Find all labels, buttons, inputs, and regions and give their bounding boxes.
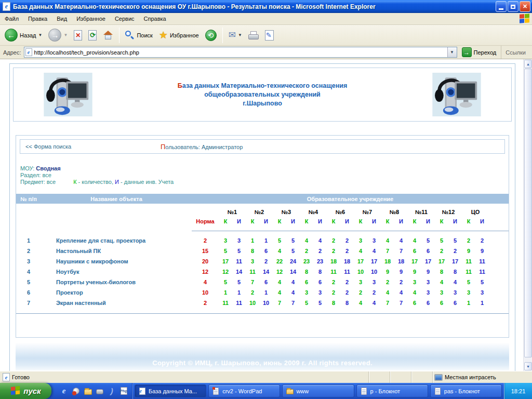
menu-item[interactable]: Вид [52, 13, 72, 24]
i-value: 1 [259, 289, 273, 296]
home-icon [103, 31, 113, 40]
address-input[interactable]: e http://localhost/tech_provision/search… [24, 47, 457, 58]
k-column-header: К [219, 218, 232, 224]
status-zone-text: Местная интрасеть [445, 374, 496, 380]
edit-button[interactable]: ✎ [262, 26, 276, 44]
notepad-glyph [361, 388, 367, 395]
favorites-button[interactable]: ★ Избранное [156, 26, 202, 44]
system-tray[interactable]: 18:21 [504, 383, 532, 399]
k-value: 2 [381, 279, 394, 285]
go-arrow-icon: → [462, 47, 472, 57]
table-row: 4Ноутбук12121411141214881111101099998811… [16, 267, 509, 277]
k-value: 2 [354, 289, 367, 296]
i-value: 11 [340, 269, 354, 275]
taskbar-task[interactable]: www [282, 384, 354, 397]
i-value: 6 [448, 300, 462, 306]
col-group-header: Образовательное учреждение [192, 196, 509, 202]
menu-item[interactable]: Правка [23, 13, 52, 24]
k-value: 3 [300, 289, 313, 296]
ie-window-icon: e [3, 2, 10, 11]
back-button[interactable]: ← Назад ▼ [2, 26, 45, 44]
i-column-header: И [367, 218, 381, 224]
quick-launch-media-disc-icon[interactable] [72, 387, 80, 395]
school-header: №6 [327, 209, 354, 216]
quick-launch-folder-icon[interactable] [84, 387, 92, 395]
i-value: 17 [448, 258, 462, 264]
quick-launch-php-editor-icon[interactable]: Php [119, 387, 128, 395]
k-value: 4 [354, 300, 367, 306]
quick-launch: e ) Php [56, 383, 132, 399]
mail-button[interactable]: ✉ ▼ [226, 26, 245, 44]
schools-header-row: №1№2№3№4№6№7№8№11№12ЦО [16, 204, 509, 216]
forward-icon: → [48, 29, 61, 42]
i-value: 3 [367, 279, 381, 285]
print-button[interactable] [246, 26, 261, 44]
back-dropdown-icon[interactable]: ▼ [38, 33, 43, 37]
links-button[interactable]: Ссылки [501, 46, 531, 59]
i-value: 6 [259, 248, 273, 254]
i-value: 1 [475, 300, 489, 306]
menu-item[interactable]: Справка [139, 13, 171, 24]
k-column-header: К [354, 218, 367, 224]
start-button[interactable]: пуск [0, 383, 51, 399]
taskbar-task[interactable]: pas - Блокнот [430, 384, 502, 397]
k-column-header: К [435, 218, 448, 224]
taskbar-task[interactable]: eБаза данных Ма... [135, 384, 206, 397]
scroll-down-button[interactable]: ▼ [524, 362, 532, 370]
i-column-header: И [259, 218, 273, 224]
menu-item[interactable]: Файл [0, 13, 23, 24]
k-value: 2 [327, 289, 340, 296]
stop-button[interactable]: ✕ [71, 26, 85, 44]
k-value: 4 [381, 289, 394, 296]
k-value: 10 [354, 269, 367, 275]
scroll-up-button[interactable]: ▲ [524, 60, 532, 68]
vertical-scrollbar[interactable]: ▲ ▼ [523, 59, 532, 371]
forward-dropdown-icon: ▼ [63, 33, 68, 37]
norma-value: 10 [192, 289, 219, 296]
back-icon: ← [5, 29, 18, 42]
i-value: 2 [340, 248, 354, 254]
menu-item[interactable]: Сервис [110, 13, 139, 24]
search-button[interactable]: Поиск [123, 26, 155, 44]
taskbar-task[interactable]: p - Блокнот [356, 384, 428, 397]
quick-launch-show-desktop-icon[interactable] [96, 387, 104, 395]
status-spacer [368, 371, 390, 383]
address-dropdown-icon[interactable]: ▼ [447, 47, 457, 57]
print-icon [248, 31, 259, 39]
refresh-button[interactable]: ⟳ [86, 26, 99, 44]
close-button[interactable]: ✕ [520, 1, 530, 12]
go-button[interactable]: → Переход [460, 46, 499, 59]
menu-item[interactable]: Избранное [72, 13, 110, 24]
history-button[interactable]: ⟲ [203, 26, 219, 44]
clock: 18:21 [511, 388, 526, 394]
search-form-link[interactable]: << Форма поиска [25, 143, 71, 150]
intranet-icon [434, 374, 443, 381]
k-value: 7 [273, 300, 286, 306]
address-bar: Адрес: e http://localhost/tech_provision… [0, 46, 532, 59]
minimize-button[interactable] [496, 1, 507, 12]
school-header: №4 [300, 209, 327, 216]
restore-button[interactable] [508, 1, 518, 12]
menu-items: ФайлПравкаВидИзбранноеСервисСправка [0, 13, 520, 24]
address-value[interactable]: http://localhost/tech_provision/search.p… [34, 49, 447, 56]
taskbar-task[interactable]: crv2 - WordPad [208, 384, 280, 397]
ie-glyph: e [139, 388, 145, 395]
i-value: 4 [394, 237, 408, 244]
home-button[interactable] [100, 26, 116, 44]
quick-launch-ie-icon[interactable]: e [60, 387, 68, 395]
window-title: База данных Материально-технического осн… [13, 3, 492, 10]
i-value: 4 [286, 289, 300, 296]
quick-launch-swoosh-icon[interactable]: ) [108, 387, 116, 395]
i-column-header: И [232, 218, 246, 224]
user-label: Пользователь: Администратор [161, 143, 243, 151]
k-value: 4 [435, 279, 448, 285]
stop-icon: ✕ [74, 30, 82, 41]
mail-dropdown-icon[interactable]: ▼ [238, 33, 242, 37]
status-zone: Местная интрасеть [432, 371, 532, 383]
i-value: 8 [340, 300, 354, 306]
ki-header-row: НормаКИКИКИКИКИКИКИКИКИКИ [16, 216, 509, 227]
scrollbar-thumb[interactable] [524, 69, 532, 357]
forward-button[interactable]: → ▼ [46, 26, 70, 44]
i-value: 2 [259, 258, 273, 264]
k-value: 10 [246, 300, 259, 306]
